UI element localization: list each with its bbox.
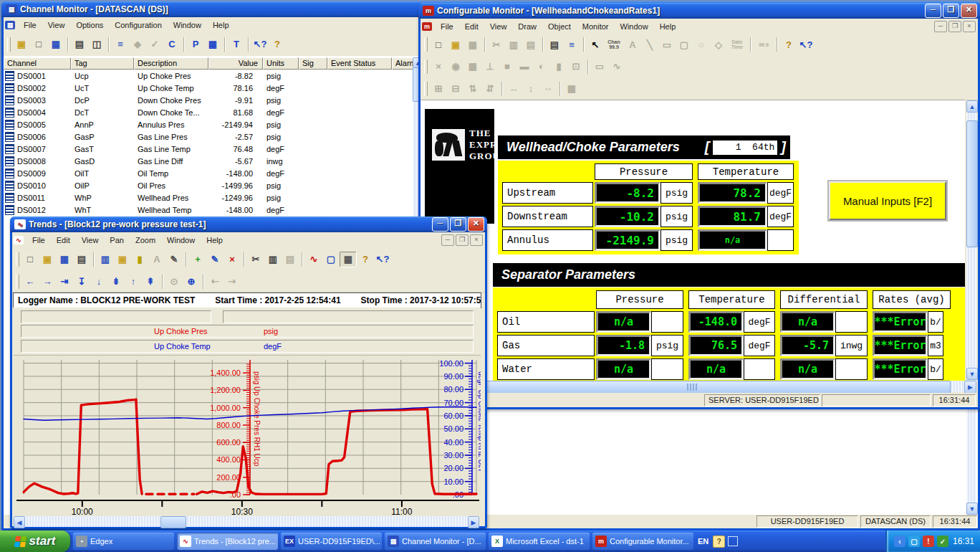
- pan-left-icon[interactable]: ←: [21, 274, 39, 290]
- column-header-value[interactable]: Value: [208, 57, 263, 70]
- scroll-right-icon[interactable]: ▶: [468, 516, 479, 528]
- zoom-in-icon[interactable]: ⊕: [183, 274, 200, 290]
- language-indicator[interactable]: EN: [693, 537, 713, 546]
- pan-down-icon[interactable]: ↓: [90, 274, 107, 290]
- pan-down-end-icon[interactable]: ⇟: [107, 274, 125, 290]
- scroll-thumb[interactable]: [966, 120, 978, 247]
- scroll-down-icon[interactable]: ▼: [966, 368, 978, 380]
- print-icon[interactable]: ▤: [546, 37, 563, 52]
- menu-item-file[interactable]: File: [435, 20, 459, 33]
- config-vscrollbar[interactable]: ▲ ▼: [966, 100, 976, 380]
- config-hscrollbar[interactable]: ◀ ▶: [422, 381, 976, 392]
- menu-item-file[interactable]: File: [27, 234, 51, 247]
- channel-row-ds0006[interactable]: DS0006GasPGas Line Pres-2.57psig: [4, 130, 418, 143]
- save-icon[interactable]: ▦: [56, 252, 73, 267]
- open-icon[interactable]: ▣: [13, 37, 30, 52]
- channel-row-ds0012[interactable]: DS0012WhTWellhead Temp-148.00degF: [4, 204, 418, 216]
- start-button[interactable]: start: [0, 530, 70, 552]
- menu-item-edit[interactable]: Edit: [459, 20, 484, 33]
- close-button[interactable]: ✕: [468, 217, 484, 232]
- legend-empty-box[interactable]: [21, 310, 211, 323]
- mdi-minimize-icon[interactable]: ─: [441, 234, 454, 246]
- grid-icon[interactable]: ▦: [204, 37, 221, 52]
- report-icon[interactable]: ≡: [112, 37, 129, 52]
- add-trace-icon[interactable]: +: [189, 252, 206, 267]
- legend-row-pressure[interactable]: Up Choke Pres psig: [21, 325, 474, 338]
- notes-icon[interactable]: ✎: [165, 252, 183, 267]
- database-icon[interactable]: ▮: [131, 252, 148, 267]
- toolbar-grip[interactable]: [16, 275, 19, 289]
- toolbar-grip[interactable]: [16, 252, 19, 267]
- channel-row-ds0003[interactable]: DS0003DcPDown Choke Pres-9.91psig: [4, 94, 418, 106]
- copy-icon[interactable]: ▥: [264, 252, 282, 267]
- print-preview-icon[interactable]: ◫: [88, 37, 105, 52]
- text-icon[interactable]: T: [228, 37, 245, 52]
- security-alert-icon[interactable]: !: [923, 536, 934, 547]
- taskbar-item-6[interactable]: mConfigurable Monitor...: [592, 533, 693, 550]
- menu-item-object[interactable]: Object: [542, 20, 577, 33]
- legend-empty-box[interactable]: [223, 310, 474, 323]
- column-header-event-status[interactable]: Event Status: [327, 57, 392, 70]
- context-help-icon[interactable]: ↖?: [374, 252, 391, 267]
- delete-trace-icon[interactable]: ×: [224, 252, 241, 267]
- open-logger-icon[interactable]: ▣: [114, 252, 131, 267]
- help-icon[interactable]: ?: [780, 37, 797, 52]
- save-icon[interactable]: ▦: [47, 37, 64, 52]
- taskbar-item-2[interactable]: ∿Trends - [Block12 pre...: [177, 533, 278, 550]
- channel-row-ds0009[interactable]: DS0009OilTOil Temp-148.00degF: [4, 167, 418, 179]
- menu-item-view[interactable]: View: [42, 19, 71, 32]
- new-icon[interactable]: □: [430, 37, 447, 52]
- column-header-units[interactable]: Units: [263, 57, 299, 70]
- toolbar-grip[interactable]: [424, 37, 428, 52]
- channel-row-ds0001[interactable]: DS0001UcpUp Choke Pres-8.82psig: [4, 70, 418, 82]
- mdi-close-icon[interactable]: ×: [963, 21, 976, 32]
- open-icon[interactable]: ▣: [39, 252, 56, 267]
- mdi-restore-icon[interactable]: ❒: [456, 234, 469, 246]
- scroll-right-icon[interactable]: ▶: [964, 381, 976, 394]
- minimize-button[interactable]: ─: [432, 217, 448, 232]
- channel-row-ds0005[interactable]: DS0005AnnPAnnulus Pres-2149.94psig: [4, 118, 418, 130]
- menu-item-window[interactable]: Window: [161, 234, 201, 247]
- scroll-down-icon[interactable]: ▼: [966, 503, 978, 515]
- taskbar-item-1[interactable]: ▪Edgex: [73, 533, 174, 550]
- trends-hscrollbar[interactable]: ◀ ▶: [14, 516, 479, 527]
- column-header-sig[interactable]: Sig: [299, 57, 327, 70]
- channel-row-ds0010[interactable]: DS0010OilPOil Pres-1499.96psig: [4, 179, 418, 191]
- taskbar-item-4[interactable]: ▤Channel Monitor - [D...: [385, 533, 486, 550]
- scroll-up-icon[interactable]: ▲: [966, 100, 978, 113]
- menu-item-view[interactable]: View: [484, 20, 513, 33]
- channel-row-ds0002[interactable]: DS0002UcTUp Choke Temp78.16degF: [4, 82, 418, 94]
- pan-down-step-icon[interactable]: ↧: [73, 274, 90, 290]
- menu-item-pan[interactable]: Pan: [104, 234, 130, 247]
- channel-row-ds0007[interactable]: DS0007GasTGas Line Temp76.48degF: [4, 143, 418, 155]
- mdi-close-icon[interactable]: ×: [470, 234, 483, 246]
- select-pointer-icon[interactable]: ↖: [587, 37, 604, 52]
- mdi-restore-icon[interactable]: ❒: [948, 21, 961, 32]
- config-monitor-titlebar[interactable]: m Configurable Monitor - [WellheadandCho…: [418, 3, 980, 19]
- channel-row-ds0011[interactable]: DS0011WhPWellhead Pres-1249.96psig: [4, 191, 418, 204]
- menu-item-monitor[interactable]: Monitor: [577, 20, 615, 33]
- menu-item-options[interactable]: Options: [70, 19, 109, 32]
- trends-titlebar[interactable]: ∿ Trends - [Block12 pre-work pressure te…: [10, 216, 487, 232]
- menu-item-window[interactable]: Window: [168, 19, 207, 32]
- open-icon[interactable]: ▣: [447, 37, 464, 52]
- pan-to-end-icon[interactable]: ⇥: [56, 274, 73, 290]
- table-view-icon[interactable]: ▦: [340, 252, 357, 267]
- context-help-icon[interactable]: ↖?: [251, 37, 269, 52]
- rescan-icon[interactable]: C: [163, 37, 181, 52]
- mdi-minimize-icon[interactable]: ─: [934, 21, 947, 32]
- column-header-description[interactable]: Description: [134, 57, 208, 70]
- maximize-button[interactable]: ❒: [943, 4, 959, 18]
- manual-inputs-button[interactable]: Manual Inputs [F2]: [829, 181, 946, 220]
- print-icon[interactable]: ▤: [73, 252, 90, 267]
- menu-item-help[interactable]: Help: [207, 19, 235, 32]
- edit-trace-icon[interactable]: ✎: [206, 252, 224, 267]
- menu-item-view[interactable]: View: [76, 234, 105, 247]
- close-button[interactable]: ✕: [961, 4, 977, 18]
- report-icon[interactable]: ≡: [563, 37, 580, 52]
- minimize-button[interactable]: ─: [925, 4, 941, 18]
- menu-item-file[interactable]: File: [18, 19, 42, 32]
- toolbar-grip[interactable]: [7, 37, 11, 52]
- display-icon[interactable]: ▢: [322, 252, 340, 267]
- menu-item-zoom[interactable]: Zoom: [130, 234, 161, 247]
